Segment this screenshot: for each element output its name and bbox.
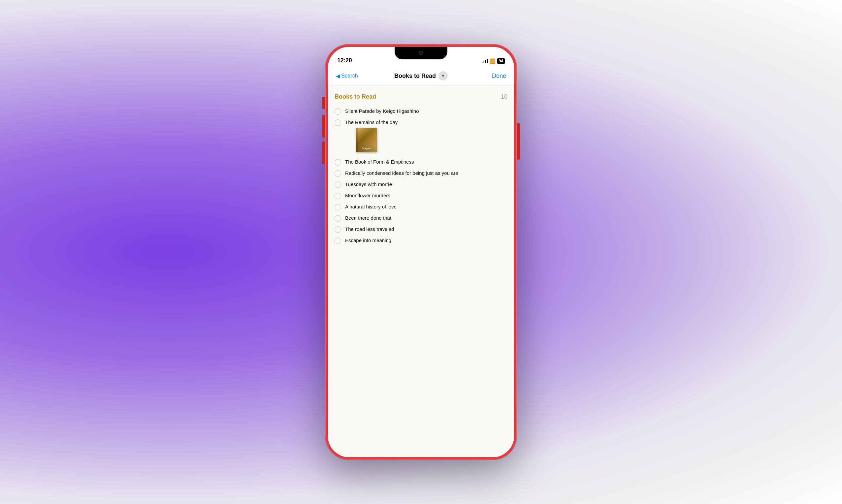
chevron-down-icon: ▼	[441, 74, 445, 78]
signal-bar-1	[482, 62, 483, 63]
phone-frame: 12:20 📶 94 ◀ Search Books to Read	[325, 44, 517, 460]
todo-text: Been there done that	[345, 214, 391, 221]
todo-checkbox[interactable]	[335, 215, 341, 222]
todo-text: Moonflower murders	[345, 192, 390, 199]
todo-text: Tuesdays with morrie	[345, 181, 392, 188]
list-item: Been there done that	[335, 212, 507, 223]
todo-text: The Book of Form & Emptiness	[345, 158, 414, 165]
thumbnail-text: Ishiguro	[357, 147, 376, 150]
signal-bar-3	[485, 60, 486, 63]
wifi-icon: 📶	[490, 58, 495, 64]
todo-checkbox[interactable]	[335, 170, 341, 177]
status-bar: 12:20 📶 94	[328, 47, 514, 67]
todo-text: A natural history of love	[345, 203, 397, 210]
list-header: Books to Read 10	[335, 93, 507, 100]
todo-checkbox[interactable]	[335, 193, 341, 199]
todo-text: Escape into meaning	[345, 237, 391, 244]
list-item: The Book of Form & Emptiness	[335, 156, 507, 167]
power-button[interactable]	[517, 123, 520, 160]
todo-text: Silent Parade by Keigo Higashino	[345, 108, 419, 114]
time-display: 12:20	[337, 57, 352, 64]
title-chevron-button[interactable]: ▼	[438, 71, 448, 80]
nav-title: Books to Read	[394, 73, 436, 79]
list-item: The road less traveled	[335, 223, 507, 235]
todo-checkbox[interactable]	[335, 108, 341, 115]
signal-bar-2	[483, 61, 484, 63]
list-item: Tuesdays with morrie	[335, 179, 507, 190]
back-button[interactable]: ◀ Search	[336, 73, 358, 79]
volume-up-button[interactable]	[322, 115, 325, 138]
phone-screen: 12:20 📶 94 ◀ Search Books to Read	[328, 47, 514, 457]
list-item: The Remains of the day Ishiguro	[335, 117, 507, 156]
notch	[395, 47, 447, 59]
volume-down-button[interactable]	[322, 142, 325, 164]
list-item: Moonflower murders	[335, 190, 507, 201]
list-item: A natural history of love	[335, 201, 507, 212]
camera	[419, 51, 423, 55]
todo-text: The road less traveled	[345, 226, 394, 233]
todo-checkbox[interactable]	[335, 237, 341, 244]
mute-button[interactable]	[322, 97, 325, 109]
todo-text: Radically condensed ideas for being just…	[345, 169, 458, 177]
book-thumbnail-image: Ishiguro	[356, 128, 377, 152]
battery-indicator: 94	[497, 58, 505, 64]
signal-bar-4	[487, 59, 488, 63]
done-button[interactable]: Done	[492, 73, 506, 79]
nav-title-area: Books to Read ▼	[394, 71, 448, 80]
content-area: Books to Read 10 Silent Parade by Keigo …	[328, 86, 514, 457]
chevron-left-icon: ◀	[336, 73, 340, 79]
todo-checkbox[interactable]	[335, 159, 341, 166]
todo-checkbox[interactable]	[335, 120, 341, 126]
list-title: Books to Read	[335, 93, 376, 100]
list-count: 10	[501, 93, 507, 100]
todo-checkbox[interactable]	[335, 204, 341, 211]
navigation-bar: ◀ Search Books to Read ▼ Done	[328, 67, 514, 85]
list-item: Escape into meaning	[335, 235, 507, 246]
todo-checkbox[interactable]	[335, 226, 341, 233]
signal-icon	[482, 59, 488, 63]
todo-checkbox[interactable]	[335, 181, 341, 188]
status-icons: 📶 94	[482, 58, 505, 64]
back-label: Search	[341, 73, 358, 79]
list-item: Radically condensed ideas for being just…	[335, 167, 507, 179]
list-item: Silent Parade by Keigo Higashino	[335, 106, 507, 117]
todo-item-with-image: The Remains of the day Ishiguro	[345, 119, 398, 155]
todo-text: The Remains of the day	[345, 120, 398, 125]
